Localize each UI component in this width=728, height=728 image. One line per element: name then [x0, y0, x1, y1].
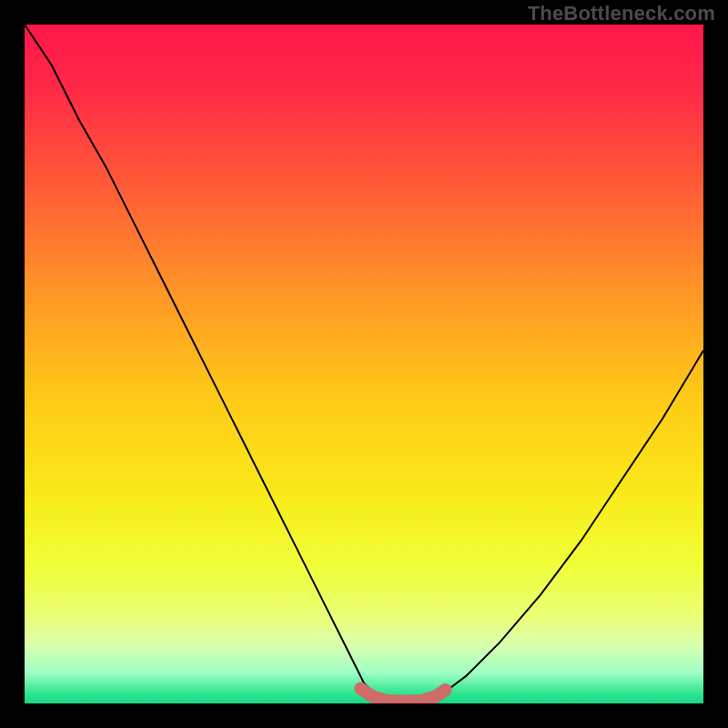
plot-svg [25, 25, 703, 703]
bottleneck-plot [25, 25, 703, 703]
chart-frame: TheBottleneck.com [0, 0, 728, 728]
watermark-text: TheBottleneck.com [528, 2, 715, 25]
gradient-background-rect [25, 25, 703, 703]
